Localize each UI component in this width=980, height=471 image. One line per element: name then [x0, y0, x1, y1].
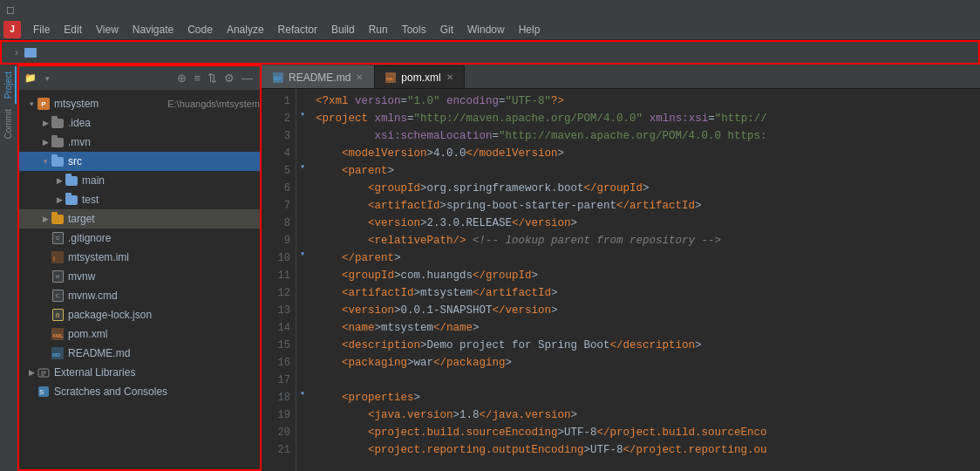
editor-gutter: ▾▾▾▾: [296, 89, 309, 471]
svg-text:XML: XML: [52, 333, 64, 338]
tree-item-gitignore[interactable]: ▶ G .gitignore: [19, 229, 260, 248]
gutter-18: ▾: [296, 386, 309, 403]
menu-item-window[interactable]: Window: [460, 22, 512, 38]
tree-item-package-lock[interactable]: ▶ {} package-lock.json: [19, 305, 260, 324]
line-num-9: 9: [262, 232, 290, 249]
name-idea: .idea: [68, 117, 260, 129]
breadcrumb-sep1: ›: [15, 46, 18, 58]
toolbar-add-btn[interactable]: ⊕: [175, 71, 188, 85]
line-num-12: 12: [262, 284, 290, 302]
arrow-src: ▾: [40, 157, 51, 166]
icon-mvnw: M: [51, 270, 65, 283]
name-package-lock: package-lock.json: [68, 309, 260, 321]
menu-item-git[interactable]: Git: [433, 22, 460, 38]
project-toolbar: 📁 ▾ ⊕ ≡ ⇅ ⚙ —: [19, 66, 260, 91]
gutter-11: [296, 263, 309, 281]
name-mvnw-cmd: mvnw.cmd: [68, 290, 260, 302]
line-num-2: 2: [262, 110, 290, 127]
path-mtsystem: E:\huangds\mtsystem: [167, 99, 260, 109]
code-line-20: <project.build.sourceEncoding>UTF-8</pro…: [316, 424, 973, 441]
svg-text:MD: MD: [52, 352, 61, 358]
menu-item-view[interactable]: View: [89, 22, 126, 38]
editor-content[interactable]: 123456789101112131415161718192021 ▾▾▾▾ <…: [262, 89, 980, 471]
code-line-21: <project.reporting.outputEncoding>UTF-8<…: [316, 441, 973, 459]
vtab-project[interactable]: Project: [2, 66, 17, 104]
tab-readme[interactable]: MD README.md ✕: [262, 65, 374, 88]
tree-item-target[interactable]: ▶ target: [19, 209, 260, 229]
gutter-14: [296, 316, 309, 333]
code-line-4: <modelVersion>4.0.0</modelVersion>: [316, 145, 973, 162]
menu-item-edit[interactable]: Edit: [57, 22, 89, 38]
tab-readme-close[interactable]: ✕: [356, 72, 363, 82]
gutter-7: [296, 194, 309, 211]
icon-target: [51, 213, 65, 225]
code-line-7: <artifactId>spring-boot-starter-parent</…: [316, 197, 973, 215]
name-gitignore: .gitignore: [68, 232, 260, 244]
vtab-commit[interactable]: Commit: [2, 104, 17, 144]
arrow-mtsystem: ▾: [26, 99, 37, 108]
arrow-test: ▶: [54, 195, 65, 204]
line-num-11: 11: [262, 267, 290, 284]
menu-item-build[interactable]: Build: [324, 22, 362, 38]
gutter-5: ▾: [296, 159, 309, 176]
gutter-10: ▾: [296, 246, 309, 263]
code-line-8: <version>2.3.0.RELEASE</version>: [316, 215, 973, 232]
line-num-21: 21: [262, 441, 290, 459]
tree-item-src[interactable]: ▾ src: [19, 152, 260, 171]
toolbar-settings-btn[interactable]: ⚙: [222, 71, 236, 85]
code-line-1: <?xml version="1.0" encoding="UTF-8"?>: [316, 92, 973, 110]
menu-item-file[interactable]: File: [26, 22, 57, 38]
code-line-17: [316, 372, 973, 389]
tab-readme-icon: MD: [273, 72, 283, 83]
svg-text:MD: MD: [274, 76, 281, 81]
tree-item-iml[interactable]: ▶ I mtsystem.iml: [19, 248, 260, 267]
toolbar-minimize-btn[interactable]: —: [240, 71, 255, 85]
line-num-8: 8: [262, 215, 290, 232]
menu-item-code[interactable]: Code: [180, 22, 220, 38]
gutter-2: ▾: [296, 106, 309, 124]
tab-pom[interactable]: XML pom.xml ✕: [374, 65, 464, 88]
tab-pom-close[interactable]: ✕: [446, 72, 453, 82]
name-src: src: [68, 155, 260, 167]
menu-item-run[interactable]: Run: [362, 22, 395, 38]
tree-item-mtsystem[interactable]: ▾ P mtsystem E:\huangds\mtsystem: [19, 94, 260, 113]
tab-bar: MD README.md ✕ XML pom.xml ✕: [262, 65, 980, 89]
code-area[interactable]: <?xml version="1.0" encoding="UTF-8"?><p…: [309, 89, 980, 471]
tree-item-scratches[interactable]: ▶ S Scratches and Consoles: [19, 382, 260, 401]
tree-item-mvnw-cmd[interactable]: ▶ C mvnw.cmd: [19, 286, 260, 305]
name-external-libs: External Libraries: [54, 366, 260, 379]
tree-item-mvn[interactable]: ▶ .mvn: [19, 133, 260, 152]
line-num-19: 19: [262, 406, 290, 424]
code-line-14: <name>mtsystem</name>: [316, 319, 973, 337]
menu-item-tools[interactable]: Tools: [395, 22, 433, 38]
menu-item-analyze[interactable]: Analyze: [220, 22, 271, 38]
tree-item-external-libs[interactable]: ▶ External Libraries: [19, 363, 260, 382]
menu-item-help[interactable]: Help: [512, 22, 548, 38]
toolbar-sort-btn[interactable]: ⇅: [206, 71, 219, 85]
svg-text:I: I: [53, 256, 55, 262]
gutter-6: [296, 176, 309, 194]
code-line-10: </parent>: [316, 249, 973, 267]
icon-pom: XML: [51, 328, 65, 340]
tree-item-pom[interactable]: ▶ XML pom.xml: [19, 324, 260, 344]
tree-item-idea[interactable]: ▶ .idea: [19, 113, 260, 133]
gutter-17: [296, 368, 309, 386]
gutter-19: [296, 403, 309, 420]
name-main: main: [82, 174, 260, 187]
tree-item-test[interactable]: ▶ test: [19, 190, 260, 209]
tree-item-readme[interactable]: ▶ MD README.md: [19, 344, 260, 363]
icon-external-libs: [37, 366, 51, 379]
toolbar-list-btn[interactable]: ≡: [192, 71, 202, 85]
name-mtsystem: mtsystem: [54, 98, 164, 110]
name-target: target: [68, 213, 260, 225]
tree-item-main[interactable]: ▶ main: [19, 171, 260, 190]
icon-package-lock: {}: [51, 309, 65, 321]
menu-item-refactor[interactable]: Refactor: [271, 22, 324, 38]
tree-item-mvnw[interactable]: ▶ M mvnw: [19, 267, 260, 286]
arrow-idea: ▶: [40, 119, 51, 127]
line-num-15: 15: [262, 337, 290, 354]
menu-item-navigate[interactable]: Navigate: [126, 22, 180, 38]
arrow-mvn: ▶: [40, 138, 51, 147]
arrow-external-libs: ▶: [26, 368, 37, 377]
project-panel-chevron[interactable]: ▾: [45, 74, 50, 83]
